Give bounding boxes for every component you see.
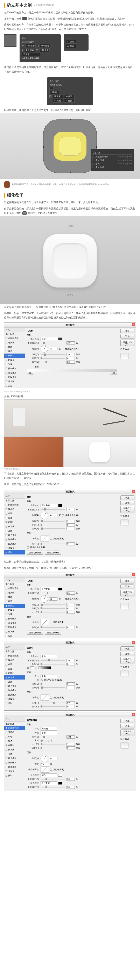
close-icon[interactable]: × — [132, 573, 135, 576]
corner-input[interactable]: 90 像素 — [66, 44, 76, 48]
checkbox-icon[interactable]: ✓ — [6, 521, 7, 523]
checkbox-icon[interactable] — [6, 736, 7, 738]
checkbox-icon[interactable] — [6, 350, 7, 352]
opacity-input[interactable]: 15 — [67, 508, 75, 511]
checkbox-icon[interactable]: ✓ — [6, 552, 7, 554]
color-radio[interactable] — [27, 667, 29, 669]
opacity-slider[interactable] — [41, 509, 65, 510]
y-input[interactable]: 100 像素 — [39, 48, 49, 52]
style-item-stroke[interactable]: 描边 — [4, 599, 25, 604]
checkbox-icon[interactable] — [6, 385, 7, 387]
checkbox-icon[interactable]: ✓ — [6, 605, 7, 607]
shadow-opacity-slider[interactable] — [41, 787, 65, 788]
spread-input[interactable]: 0 — [67, 523, 75, 527]
color-swatch[interactable] — [58, 337, 62, 340]
style-item-outer-glow[interactable]: 外发光 — [4, 379, 25, 384]
style-item-stroke[interactable]: 描边 — [4, 667, 25, 671]
style-item-gradient-overlay[interactable]: 渐变叠加 — [4, 621, 25, 625]
noise-input[interactable]: 0 — [67, 663, 75, 666]
noise-input[interactable]: 0 — [67, 542, 75, 546]
checkbox-icon[interactable] — [6, 601, 7, 602]
opacity-input[interactable]: 30 — [67, 659, 75, 662]
checkbox-icon[interactable] — [6, 694, 7, 696]
close-icon[interactable]: × — [132, 713, 135, 716]
x-input[interactable]: 100 像素 — [25, 48, 35, 52]
style-item-drop-shadow[interactable]: 投影 — [4, 634, 25, 638]
stroke-swatch[interactable] — [49, 87, 54, 90]
style-item-inner-shadow[interactable]: ✓内阴影 — [4, 520, 25, 525]
checkbox-icon[interactable]: ✓ — [6, 672, 7, 674]
style-item-drop-shadow[interactable]: ✓投影 — [4, 550, 25, 555]
checkbox-icon[interactable] — [6, 685, 7, 687]
checkbox-icon[interactable] — [6, 627, 7, 628]
style-item-inner-glow[interactable]: ✓内发光 — [4, 748, 25, 752]
color-swatch[interactable] — [58, 504, 62, 507]
altitude-input[interactable]: 70 — [41, 763, 49, 766]
close-icon[interactable]: × — [132, 641, 135, 644]
checkbox-icon[interactable] — [6, 618, 7, 620]
gradient-editor[interactable] — [27, 369, 117, 372]
checkbox-icon[interactable] — [6, 753, 7, 755]
gloss-contour-picker[interactable] — [41, 767, 49, 773]
checkbox-icon[interactable]: ✓ — [6, 504, 7, 506]
angle-input[interactable]: 90 — [49, 514, 57, 517]
distance-slider[interactable] — [41, 354, 65, 355]
new-style-button[interactable]: 新建样式(W)... — [121, 657, 134, 664]
style-item-satin[interactable]: 光泽 — [4, 362, 25, 366]
preview-checkbox-label[interactable]: ☑ 预览(V) — [121, 738, 134, 740]
radius-input[interactable]: 14 像素 — [64, 95, 75, 98]
distance-input[interactable]: 20 — [67, 353, 75, 356]
style-item-inner-shadow[interactable]: ✓内阴影 — [4, 743, 25, 748]
spread-slider[interactable] — [41, 525, 65, 525]
blend-mode-select[interactable]: 柔光 — [41, 655, 57, 658]
style-item-inner-glow[interactable]: ✓内发光 — [4, 358, 25, 362]
style-item-drop-shadow[interactable]: 投影 — [4, 701, 25, 706]
checkbox-icon[interactable]: ✓ — [6, 359, 7, 361]
soften-input[interactable]: 0 — [67, 746, 75, 749]
opacity-input[interactable]: 10 — [67, 341, 75, 345]
color-swatch[interactable] — [58, 588, 62, 590]
checkbox-icon[interactable] — [6, 346, 7, 348]
checkbox-icon[interactable] — [6, 376, 7, 378]
angle-input[interactable]: 90 — [49, 757, 57, 760]
checkbox-icon[interactable] — [6, 635, 7, 637]
preview-checkbox-label[interactable]: ☑ 预览(V) — [121, 598, 134, 601]
depth-slider[interactable] — [41, 737, 65, 737]
visibility-checkbox[interactable] — [92, 166, 94, 168]
ok-button[interactable]: 确定 — [121, 719, 134, 723]
style-item-outer-glow[interactable]: 外发光 — [4, 546, 25, 550]
jitter-input[interactable]: 0 — [67, 705, 75, 708]
close-icon[interactable]: × — [132, 490, 135, 493]
style-item-texture[interactable]: 纹理 — [4, 511, 25, 516]
style-item-texture[interactable]: 纹理 — [4, 662, 25, 667]
gradient-stop-icon[interactable] — [113, 372, 115, 374]
style-item-texture[interactable]: 纹理 — [4, 595, 25, 599]
size-slider[interactable] — [41, 687, 65, 688]
checkbox-icon[interactable] — [6, 517, 7, 519]
source-center-radio[interactable] — [41, 679, 43, 681]
opacity-input[interactable]: 25 — [67, 592, 75, 595]
depth-input[interactable]: 100 — [67, 735, 75, 738]
style-item-blend[interactable]: 混合选项 — [4, 722, 25, 726]
angle-input[interactable]: 90 — [49, 597, 57, 601]
checkbox-icon[interactable] — [6, 668, 7, 670]
style-item-color-overlay[interactable]: 颜色叠加 — [4, 366, 25, 371]
distance-slider[interactable] — [41, 605, 65, 605]
checkbox-icon[interactable] — [6, 659, 7, 661]
style-item-gradient-overlay[interactable]: ✓渐变叠加 — [4, 371, 25, 375]
style-item-outer-glow[interactable]: 外发光 — [4, 697, 25, 701]
global-light-checkbox[interactable] — [62, 598, 64, 600]
radius-input[interactable]: 14 像素 — [53, 99, 63, 103]
checkbox-icon[interactable] — [6, 703, 7, 705]
style-item-satin[interactable]: 光泽 — [4, 680, 25, 684]
ok-button[interactable]: 确定 — [121, 579, 134, 584]
choke-slider[interactable] — [41, 358, 65, 359]
corner-input[interactable]: 90 像素 — [66, 40, 76, 44]
close-icon[interactable]: × — [132, 323, 135, 326]
checkbox-icon[interactable]: ✓ — [6, 355, 7, 356]
color-swatch[interactable] — [58, 782, 62, 784]
style-item-gradient-overlay[interactable]: 渐变叠加 — [4, 688, 25, 693]
choke-slider[interactable] — [41, 608, 65, 609]
style-item-satin[interactable]: 光泽 — [4, 752, 25, 756]
new-style-button[interactable]: 新建样式(W)... — [121, 506, 134, 513]
